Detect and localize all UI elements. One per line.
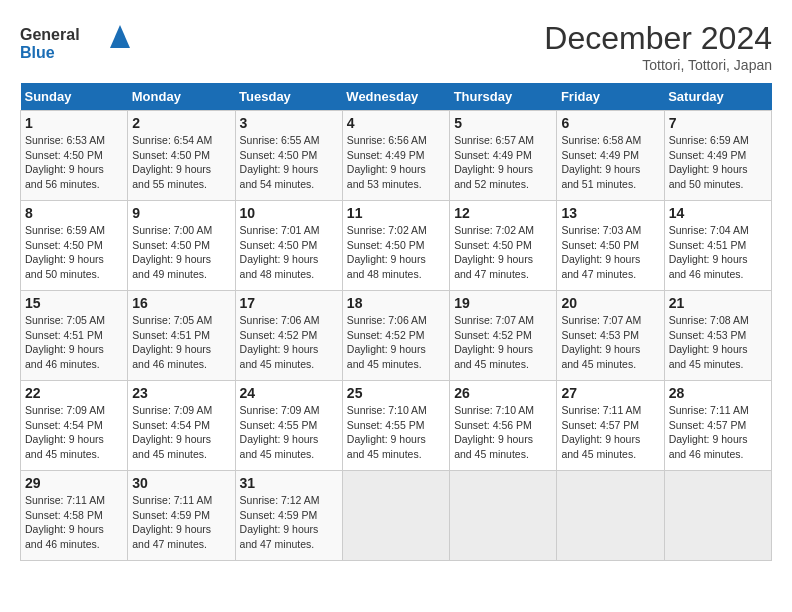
- calendar-cell: 23Sunrise: 7:09 AMSunset: 4:54 PMDayligh…: [128, 381, 235, 471]
- weekday-header-monday: Monday: [128, 83, 235, 111]
- day-detail: Sunrise: 7:08 AMSunset: 4:53 PMDaylight:…: [669, 313, 767, 372]
- day-detail: Sunrise: 7:02 AMSunset: 4:50 PMDaylight:…: [347, 223, 445, 282]
- weekday-header-friday: Friday: [557, 83, 664, 111]
- day-number: 14: [669, 205, 767, 221]
- day-number: 16: [132, 295, 230, 311]
- location: Tottori, Tottori, Japan: [544, 57, 772, 73]
- day-detail: Sunrise: 7:06 AMSunset: 4:52 PMDaylight:…: [347, 313, 445, 372]
- day-detail: Sunrise: 7:07 AMSunset: 4:53 PMDaylight:…: [561, 313, 659, 372]
- day-detail: Sunrise: 7:05 AMSunset: 4:51 PMDaylight:…: [132, 313, 230, 372]
- calendar-cell: 9Sunrise: 7:00 AMSunset: 4:50 PMDaylight…: [128, 201, 235, 291]
- logo: General Blue: [20, 20, 130, 64]
- day-detail: Sunrise: 7:11 AMSunset: 4:57 PMDaylight:…: [669, 403, 767, 462]
- day-detail: Sunrise: 7:12 AMSunset: 4:59 PMDaylight:…: [240, 493, 338, 552]
- calendar-cell: 29Sunrise: 7:11 AMSunset: 4:58 PMDayligh…: [21, 471, 128, 561]
- day-number: 9: [132, 205, 230, 221]
- day-detail: Sunrise: 7:10 AMSunset: 4:55 PMDaylight:…: [347, 403, 445, 462]
- day-number: 15: [25, 295, 123, 311]
- calendar-cell: [557, 471, 664, 561]
- page-header: General Blue December 2024 Tottori, Tott…: [20, 20, 772, 73]
- day-number: 17: [240, 295, 338, 311]
- calendar-cell: 28Sunrise: 7:11 AMSunset: 4:57 PMDayligh…: [664, 381, 771, 471]
- day-detail: Sunrise: 7:11 AMSunset: 4:57 PMDaylight:…: [561, 403, 659, 462]
- weekday-header-saturday: Saturday: [664, 83, 771, 111]
- day-number: 2: [132, 115, 230, 131]
- day-number: 10: [240, 205, 338, 221]
- day-detail: Sunrise: 6:59 AMSunset: 4:50 PMDaylight:…: [25, 223, 123, 282]
- calendar-cell: 1Sunrise: 6:53 AMSunset: 4:50 PMDaylight…: [21, 111, 128, 201]
- day-detail: Sunrise: 6:55 AMSunset: 4:50 PMDaylight:…: [240, 133, 338, 192]
- day-detail: Sunrise: 6:58 AMSunset: 4:49 PMDaylight:…: [561, 133, 659, 192]
- calendar-cell: 26Sunrise: 7:10 AMSunset: 4:56 PMDayligh…: [450, 381, 557, 471]
- day-number: 30: [132, 475, 230, 491]
- day-number: 3: [240, 115, 338, 131]
- day-detail: Sunrise: 6:59 AMSunset: 4:49 PMDaylight:…: [669, 133, 767, 192]
- day-detail: Sunrise: 7:06 AMSunset: 4:52 PMDaylight:…: [240, 313, 338, 372]
- calendar-cell: 14Sunrise: 7:04 AMSunset: 4:51 PMDayligh…: [664, 201, 771, 291]
- calendar-cell: 21Sunrise: 7:08 AMSunset: 4:53 PMDayligh…: [664, 291, 771, 381]
- calendar-cell: 25Sunrise: 7:10 AMSunset: 4:55 PMDayligh…: [342, 381, 449, 471]
- day-detail: Sunrise: 7:05 AMSunset: 4:51 PMDaylight:…: [25, 313, 123, 372]
- day-detail: Sunrise: 7:07 AMSunset: 4:52 PMDaylight:…: [454, 313, 552, 372]
- day-detail: Sunrise: 6:54 AMSunset: 4:50 PMDaylight:…: [132, 133, 230, 192]
- logo-icon: General Blue: [20, 20, 130, 64]
- calendar-table: SundayMondayTuesdayWednesdayThursdayFrid…: [20, 83, 772, 561]
- calendar-cell: 17Sunrise: 7:06 AMSunset: 4:52 PMDayligh…: [235, 291, 342, 381]
- calendar-cell: 5Sunrise: 6:57 AMSunset: 4:49 PMDaylight…: [450, 111, 557, 201]
- calendar-cell: 15Sunrise: 7:05 AMSunset: 4:51 PMDayligh…: [21, 291, 128, 381]
- calendar-cell: [450, 471, 557, 561]
- calendar-cell: 16Sunrise: 7:05 AMSunset: 4:51 PMDayligh…: [128, 291, 235, 381]
- svg-text:General: General: [20, 26, 80, 43]
- weekday-header-tuesday: Tuesday: [235, 83, 342, 111]
- calendar-cell: 11Sunrise: 7:02 AMSunset: 4:50 PMDayligh…: [342, 201, 449, 291]
- day-number: 31: [240, 475, 338, 491]
- calendar-cell: 24Sunrise: 7:09 AMSunset: 4:55 PMDayligh…: [235, 381, 342, 471]
- calendar-cell: [342, 471, 449, 561]
- calendar-cell: 22Sunrise: 7:09 AMSunset: 4:54 PMDayligh…: [21, 381, 128, 471]
- day-detail: Sunrise: 7:02 AMSunset: 4:50 PMDaylight:…: [454, 223, 552, 282]
- weekday-header-thursday: Thursday: [450, 83, 557, 111]
- calendar-cell: 8Sunrise: 6:59 AMSunset: 4:50 PMDaylight…: [21, 201, 128, 291]
- day-detail: Sunrise: 7:09 AMSunset: 4:55 PMDaylight:…: [240, 403, 338, 462]
- day-number: 20: [561, 295, 659, 311]
- calendar-cell: 18Sunrise: 7:06 AMSunset: 4:52 PMDayligh…: [342, 291, 449, 381]
- day-number: 23: [132, 385, 230, 401]
- day-detail: Sunrise: 7:11 AMSunset: 4:58 PMDaylight:…: [25, 493, 123, 552]
- calendar-cell: 20Sunrise: 7:07 AMSunset: 4:53 PMDayligh…: [557, 291, 664, 381]
- title-block: December 2024 Tottori, Tottori, Japan: [544, 20, 772, 73]
- day-number: 24: [240, 385, 338, 401]
- calendar-cell: 2Sunrise: 6:54 AMSunset: 4:50 PMDaylight…: [128, 111, 235, 201]
- day-number: 29: [25, 475, 123, 491]
- day-number: 18: [347, 295, 445, 311]
- day-number: 5: [454, 115, 552, 131]
- day-detail: Sunrise: 7:04 AMSunset: 4:51 PMDaylight:…: [669, 223, 767, 282]
- calendar-cell: 4Sunrise: 6:56 AMSunset: 4:49 PMDaylight…: [342, 111, 449, 201]
- calendar-cell: 19Sunrise: 7:07 AMSunset: 4:52 PMDayligh…: [450, 291, 557, 381]
- svg-marker-2: [110, 25, 130, 48]
- weekday-header-wednesday: Wednesday: [342, 83, 449, 111]
- day-detail: Sunrise: 7:01 AMSunset: 4:50 PMDaylight:…: [240, 223, 338, 282]
- calendar-cell: 31Sunrise: 7:12 AMSunset: 4:59 PMDayligh…: [235, 471, 342, 561]
- calendar-cell: 10Sunrise: 7:01 AMSunset: 4:50 PMDayligh…: [235, 201, 342, 291]
- day-detail: Sunrise: 7:09 AMSunset: 4:54 PMDaylight:…: [132, 403, 230, 462]
- day-number: 27: [561, 385, 659, 401]
- calendar-cell: [664, 471, 771, 561]
- svg-text:Blue: Blue: [20, 44, 55, 61]
- day-detail: Sunrise: 7:00 AMSunset: 4:50 PMDaylight:…: [132, 223, 230, 282]
- day-detail: Sunrise: 6:56 AMSunset: 4:49 PMDaylight:…: [347, 133, 445, 192]
- day-number: 21: [669, 295, 767, 311]
- calendar-cell: 3Sunrise: 6:55 AMSunset: 4:50 PMDaylight…: [235, 111, 342, 201]
- day-number: 8: [25, 205, 123, 221]
- weekday-header-sunday: Sunday: [21, 83, 128, 111]
- calendar-cell: 7Sunrise: 6:59 AMSunset: 4:49 PMDaylight…: [664, 111, 771, 201]
- day-number: 28: [669, 385, 767, 401]
- day-number: 13: [561, 205, 659, 221]
- day-detail: Sunrise: 7:09 AMSunset: 4:54 PMDaylight:…: [25, 403, 123, 462]
- day-detail: Sunrise: 6:57 AMSunset: 4:49 PMDaylight:…: [454, 133, 552, 192]
- day-number: 4: [347, 115, 445, 131]
- day-detail: Sunrise: 6:53 AMSunset: 4:50 PMDaylight:…: [25, 133, 123, 192]
- day-number: 6: [561, 115, 659, 131]
- calendar-cell: 12Sunrise: 7:02 AMSunset: 4:50 PMDayligh…: [450, 201, 557, 291]
- day-number: 19: [454, 295, 552, 311]
- month-title: December 2024: [544, 20, 772, 57]
